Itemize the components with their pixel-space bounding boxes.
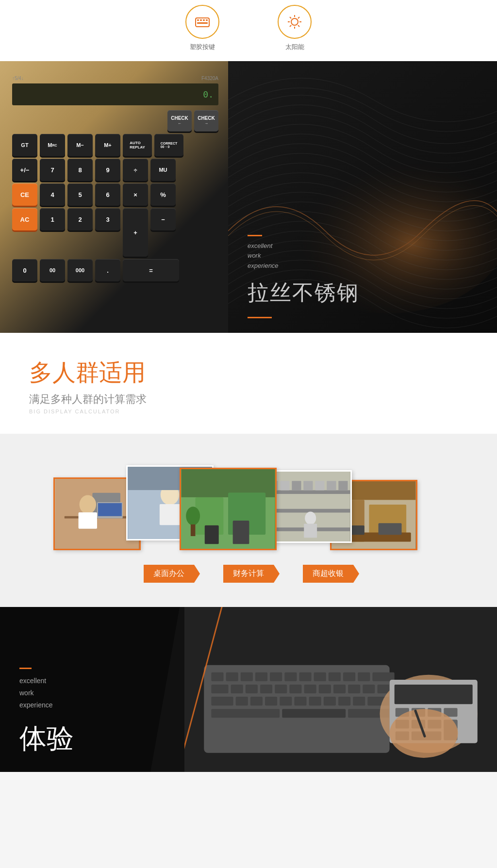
svg-rect-46 [338,481,348,490]
svg-rect-32 [205,525,219,544]
btn-plus[interactable]: + [123,208,148,257]
svg-rect-41 [280,481,289,490]
btn-8[interactable]: 8 [67,159,93,181]
svg-rect-38 [264,509,350,513]
btn-minus[interactable]: − [150,208,176,230]
svg-rect-48 [304,524,317,538]
btn-percent[interactable]: % [150,183,176,206]
svg-rect-72 [246,685,258,693]
calc-display: 0. [12,83,218,105]
svg-rect-55 [379,523,402,535]
btn-3[interactable]: 3 [95,208,120,230]
experience-section: excellentworkexperience 体验 [0,607,497,772]
btn-2[interactable]: 2 [67,208,93,230]
audience-en-subtitle: BIG DISPLAY CALCULATOR [29,409,468,414]
btn-plusminus[interactable]: +/− [12,159,37,181]
use-case-label-3: 商超收银 [303,565,353,583]
svg-rect-44 [315,481,324,490]
svg-rect-58 [211,672,223,681]
btn-mplus[interactable]: M+ [95,134,120,156]
svg-rect-74 [275,685,287,693]
svg-rect-73 [260,685,272,693]
svg-rect-90 [338,697,350,705]
svg-rect-63 [284,672,297,681]
audience-section: 多人群适用 满足多种人群的计算需求 BIG DISPLAY CALCULATOR [0,333,497,434]
svg-rect-94 [282,709,346,718]
btn-equals[interactable]: = [123,259,179,281]
svg-rect-70 [211,685,228,693]
svg-rect-79 [348,685,360,693]
btn-5[interactable]: 5 [67,183,93,206]
solar-label: 太阳能 [285,43,304,51]
svg-point-34 [186,507,200,525]
experience-left: excellentworkexperience 体验 [0,607,184,772]
svg-rect-75 [289,685,301,693]
svg-rect-45 [327,481,336,490]
svg-line-13 [298,17,299,18]
calc-right-panel: excellentworkexperience 拉丝不锈钢 [228,61,497,333]
orange-bar-bottom [248,317,272,318]
check-btn-2[interactable]: CHECK → [194,110,218,131]
svg-rect-61 [255,672,267,681]
use-case-label-2: 财务计算 [223,565,274,583]
svg-rect-60 [241,672,253,681]
btn-mu[interactable]: MU [150,159,176,181]
btn-000[interactable]: 000 [67,259,93,281]
btn-divide[interactable]: ÷ [123,159,148,181]
btn-0[interactable]: 0 [12,259,37,281]
orange-bar-top [248,235,262,236]
svg-rect-93 [211,709,280,718]
svg-rect-2 [200,19,202,21]
svg-rect-71 [231,685,243,693]
svg-line-12 [298,25,299,27]
use-case-label-1: 桌面办公 [144,565,194,583]
use-cases-section: 桌面办公 财务计算 商超收银 [0,434,497,607]
svg-rect-3 [203,19,205,21]
svg-rect-4 [206,19,208,21]
solar-icon-item: 太阳能 [278,5,312,51]
btn-7[interactable]: 7 [40,159,65,181]
svg-rect-66 [329,672,341,681]
btn-dot[interactable]: . [95,259,120,281]
svg-line-14 [290,25,291,27]
photo-card-3 [180,468,277,550]
btn-ac[interactable]: AC [12,208,37,230]
check-btn-1[interactable]: CHECK ← [167,110,192,131]
svg-rect-80 [363,685,375,693]
btn-00[interactable]: 00 [40,259,65,281]
calculator-image: ↑5/4↓ F4320A 0. CHECK ← CHECK → G [0,61,228,333]
excellent-tagline: excellentworkexperience [248,235,478,271]
btn-1[interactable]: 1 [40,208,65,230]
svg-rect-82 [211,697,233,705]
svg-rect-65 [314,672,326,681]
calculator-banner: ↑5/4↓ F4320A 0. CHECK ← CHECK → G [0,61,497,333]
btn-6[interactable]: 6 [95,183,120,206]
btn-multiply[interactable]: × [123,183,148,206]
top-icons-section: 塑胶按键 太阳能 [0,0,497,61]
svg-rect-42 [292,481,301,490]
stainless-steel-title: 拉丝不锈钢 [248,278,478,307]
svg-rect-77 [319,685,331,693]
keyboard-label: 塑胶按键 [190,43,215,51]
btn-mr[interactable]: MRC [40,134,65,156]
btn-4[interactable]: 4 [40,183,65,206]
svg-rect-67 [343,672,355,681]
svg-rect-98 [395,685,473,704]
svg-rect-91 [353,697,365,705]
svg-rect-84 [250,697,263,705]
svg-line-11 [290,17,291,18]
btn-9[interactable]: 9 [95,159,120,181]
btn-correct[interactable]: CORRECT00→0 [154,134,183,156]
experience-title-text: 体验 [19,721,74,757]
experience-title: 体验 [19,721,74,757]
btn-auto-replay[interactable]: AUTOREPLAY [123,134,152,156]
audience-subtitle: 满足多种人群的计算需求 [29,392,468,407]
svg-rect-87 [294,697,306,705]
calc-model: F4320A [201,76,218,81]
btn-mminus[interactable]: M− [67,134,93,156]
keyboard-icon [185,5,219,39]
btn-ce[interactable]: CE [12,183,37,206]
audience-title: 多人群适用 [29,357,468,388]
svg-rect-35 [191,524,196,536]
btn-gt[interactable]: GT [12,134,37,156]
